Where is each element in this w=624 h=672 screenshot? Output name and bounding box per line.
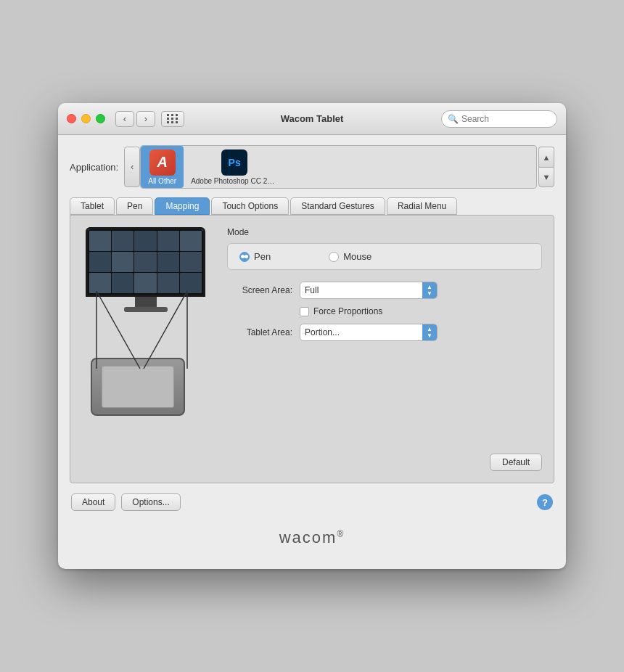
all-other-icon: A xyxy=(149,149,176,176)
tablet-area-label: Tablet Area: xyxy=(227,327,292,337)
about-button[interactable]: About xyxy=(71,493,115,511)
app-scroll-left[interactable]: ‹ xyxy=(124,147,140,187)
photoshop-label: Adobe Photoshop CC 2014.app xyxy=(191,177,278,185)
tab-bar: Tablet Pen Mapping Touch Options Standar… xyxy=(70,197,554,215)
scroll-up-button[interactable]: ▲ xyxy=(538,147,554,167)
tablet-device-wrap xyxy=(91,358,185,416)
bottom-bar: About Options... ? xyxy=(70,493,554,511)
tablet-area-row: Tablet Area: Portion... ▲ ▼ xyxy=(227,324,542,341)
tablet-area-value: Portion... xyxy=(305,327,418,337)
app-icon-photoshop[interactable]: Ps Adobe Photoshop CC 2014.app xyxy=(184,146,285,188)
tablet-area-arrows: ▲ ▼ xyxy=(422,324,437,340)
app-icons-container: A All Other Ps Adobe Photoshop CC 2014.a… xyxy=(140,145,537,189)
chevron-up-icon: ▲ xyxy=(427,284,432,290)
forward-button[interactable]: › xyxy=(136,111,155,127)
force-proportions-row: Force Proportions xyxy=(300,306,542,316)
mode-pen-option[interactable]: Pen xyxy=(239,251,271,262)
tablet-illustration xyxy=(82,227,213,416)
back-button[interactable]: ‹ xyxy=(115,111,134,127)
default-button[interactable]: Default xyxy=(490,454,542,471)
app-row: Application: ‹ A All Other Ps Adobe Phot… xyxy=(70,145,554,189)
chevron-down-icon-2: ▼ xyxy=(427,333,432,339)
help-button[interactable]: ? xyxy=(537,494,553,510)
mode-options: Pen Mouse xyxy=(227,243,542,270)
tablet-area-select[interactable]: Portion... ▲ ▼ xyxy=(300,324,438,341)
screen-area-arrows: ▲ ▼ xyxy=(422,282,437,298)
minimize-button[interactable] xyxy=(81,114,91,123)
window-body: Application: ‹ A All Other Ps Adobe Phot… xyxy=(58,135,566,569)
screen-area-label: Screen Area: xyxy=(227,285,292,295)
tab-touch-options[interactable]: Touch Options xyxy=(211,197,289,215)
nav-buttons: ‹ › xyxy=(115,111,155,127)
tab-radial-menu[interactable]: Radial Menu xyxy=(387,197,457,215)
maximize-button[interactable] xyxy=(96,114,105,123)
grid-button[interactable] xyxy=(161,111,184,127)
tab-mapping[interactable]: Mapping xyxy=(155,197,210,215)
tab-standard-gestures[interactable]: Standard Gestures xyxy=(290,197,385,215)
settings-panel: Mode Pen Mouse xyxy=(227,227,542,416)
wacom-logo: wacom® xyxy=(70,511,554,554)
scroll-down-button[interactable]: ▼ xyxy=(538,167,554,187)
panel-content: Mode Pen Mouse xyxy=(82,227,542,416)
app-icon-all-other[interactable]: A All Other xyxy=(141,146,184,188)
window-title: Wacom Tablet xyxy=(281,113,344,124)
screen-area-value: Full xyxy=(305,285,418,295)
traffic-lights xyxy=(67,114,105,123)
tab-tablet[interactable]: Tablet xyxy=(70,197,115,215)
options-button[interactable]: Options... xyxy=(121,493,180,511)
close-button[interactable] xyxy=(67,114,76,123)
monitor-screen xyxy=(88,229,203,295)
mode-title: Mode xyxy=(227,227,542,237)
monitor-bezel xyxy=(86,227,205,297)
monitor-foot xyxy=(124,307,168,312)
mode-mouse-label: Mouse xyxy=(343,251,371,262)
search-icon: 🔍 xyxy=(448,114,459,124)
chevron-down-icon: ▼ xyxy=(427,291,432,297)
mode-pen-radio[interactable] xyxy=(239,252,250,262)
tablet-pad xyxy=(102,366,174,408)
photoshop-icon: Ps xyxy=(221,149,247,176)
mode-mouse-option[interactable]: Mouse xyxy=(329,251,371,262)
grid-icon xyxy=(167,114,178,123)
titlebar: ‹ › Wacom Tablet 🔍 ✕ xyxy=(58,103,566,135)
force-proportions-checkbox[interactable] xyxy=(300,307,309,316)
tab-pen[interactable]: Pen xyxy=(116,197,153,215)
screen-area-row: Screen Area: Full ▲ ▼ xyxy=(227,282,542,299)
search-bar[interactable]: 🔍 ✕ xyxy=(441,110,557,128)
tablet-body xyxy=(91,358,185,416)
app-window: ‹ › Wacom Tablet 🔍 ✕ Application: ‹ A xyxy=(58,103,566,569)
scroll-arrows: ▲ ▼ xyxy=(538,147,554,187)
monitor-wrap xyxy=(86,227,205,312)
screen-area-select[interactable]: Full ▲ ▼ xyxy=(300,282,438,299)
main-panel: Mode Pen Mouse xyxy=(70,215,554,483)
app-label: Application: xyxy=(70,162,118,173)
mode-mouse-radio[interactable] xyxy=(329,252,339,262)
mode-pen-label: Pen xyxy=(254,251,271,262)
monitor-neck xyxy=(135,297,157,307)
chevron-up-icon-2: ▲ xyxy=(427,327,432,332)
mode-section: Mode Pen Mouse xyxy=(227,227,542,270)
all-other-label: All Other xyxy=(148,177,176,185)
search-input[interactable] xyxy=(461,114,566,124)
force-proportions-label: Force Proportions xyxy=(313,306,382,316)
